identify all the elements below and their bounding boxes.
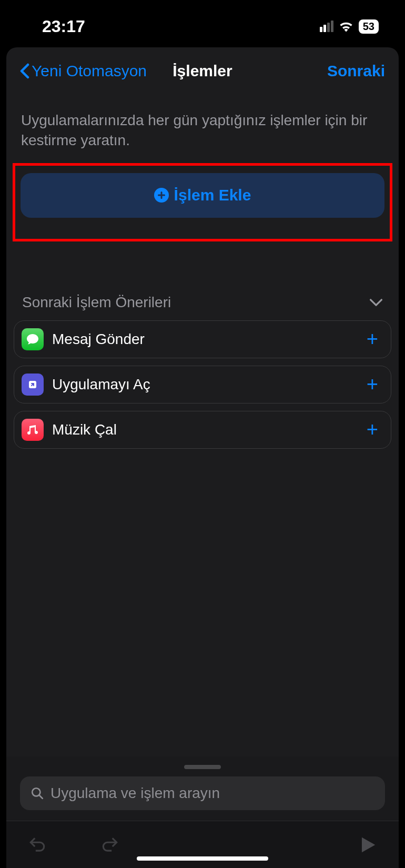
search-icon	[31, 786, 44, 800]
suggestions-header[interactable]: Sonraki İşlem Önerileri	[14, 294, 391, 320]
status-indicators: 53	[320, 19, 379, 34]
chevron-down-icon	[369, 298, 383, 307]
shortcuts-app-icon	[22, 374, 44, 396]
messages-app-icon	[22, 328, 44, 350]
chevron-left-icon	[20, 63, 29, 79]
undo-button[interactable]	[27, 835, 47, 855]
page-title: İşlemler	[173, 62, 232, 80]
suggestion-label: Uygulamayı Aç	[52, 376, 358, 393]
back-button[interactable]: Yeni Otomasyon	[20, 62, 147, 80]
highlight-annotation: İşlem Ekle	[13, 163, 392, 241]
bottom-panel: Uygulama ve işlem arayın	[6, 756, 399, 868]
next-button[interactable]: Sonraki	[327, 62, 385, 80]
suggestions-title: Sonraki İşlem Önerileri	[22, 294, 171, 311]
plus-circle-icon	[154, 188, 169, 203]
svg-rect-1	[158, 195, 165, 196]
suggestion-label: Mesaj Gönder	[52, 331, 358, 348]
add-action-label: İşlem Ekle	[174, 186, 251, 204]
toolbar	[6, 821, 399, 868]
svg-line-4	[39, 795, 43, 799]
home-indicator[interactable]	[137, 856, 268, 861]
status-time: 23:17	[42, 17, 85, 36]
add-suggestion-icon[interactable]: +	[367, 418, 378, 441]
back-label: Yeni Otomasyon	[32, 62, 147, 80]
redo-button[interactable]	[100, 835, 120, 855]
search-placeholder: Uygulama ve işlem arayın	[50, 785, 220, 802]
music-app-icon	[22, 419, 44, 441]
add-action-button[interactable]: İşlem Ekle	[21, 173, 384, 218]
suggestion-item-play-music[interactable]: Müzik Çal +	[14, 411, 391, 449]
add-suggestion-icon[interactable]: +	[367, 328, 378, 350]
play-button[interactable]	[358, 835, 378, 855]
description-text: Uygulamalarınızda her gün yaptığınız işl…	[14, 95, 391, 163]
navigation-header: Yeni Otomasyon İşlemler Sonraki	[6, 47, 399, 95]
add-suggestion-icon[interactable]: +	[367, 373, 378, 396]
suggestion-label: Müzik Çal	[52, 421, 358, 438]
modal-sheet: Yeni Otomasyon İşlemler Sonraki Uygulama…	[6, 47, 399, 868]
battery-indicator: 53	[359, 19, 379, 34]
suggestion-item-open-app[interactable]: Uygulamayı Aç +	[14, 366, 391, 403]
search-bar[interactable]: Uygulama ve işlem arayın	[20, 776, 385, 810]
suggestion-item-messages[interactable]: Mesaj Gönder +	[14, 320, 391, 358]
status-bar: 23:17 53	[0, 0, 405, 53]
cellular-signal-icon	[320, 21, 333, 32]
wifi-icon	[339, 21, 353, 32]
drag-handle[interactable]	[184, 765, 221, 769]
svg-marker-5	[362, 837, 375, 852]
